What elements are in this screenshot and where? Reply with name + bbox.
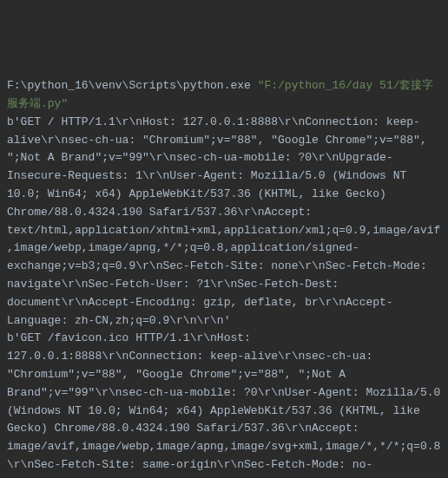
console-output: F:\python_16\venv\Scripts\python.exe "F:… bbox=[7, 77, 441, 478]
http-request-2-prefix: b'GET /favicon.ico HTTP/1.1\r\nHost: 127… bbox=[7, 331, 447, 478]
http-request-1: b'GET / HTTP/1.1\r\nHost: 127.0.0.1:8888… bbox=[7, 115, 440, 327]
interpreter-path: F:\python_16\venv\Scripts\python.exe bbox=[7, 79, 258, 92]
